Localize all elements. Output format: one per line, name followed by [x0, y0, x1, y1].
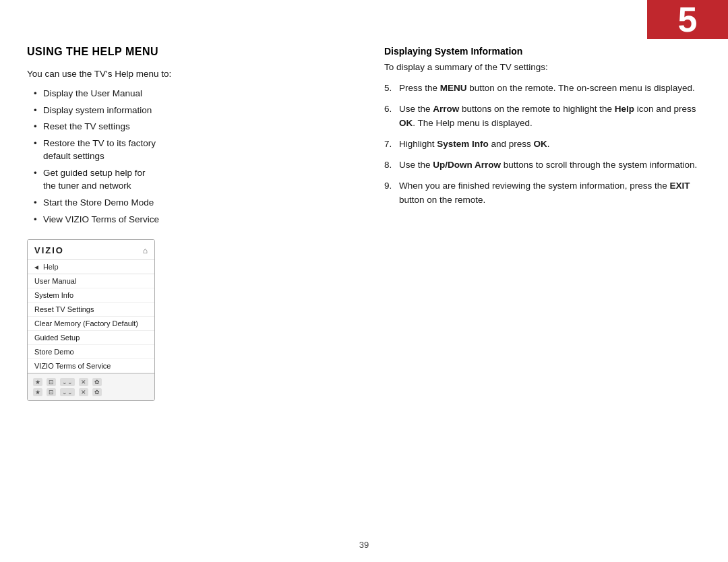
tv-menu: ◄ Help User Manual System Info Reset TV … [28, 260, 154, 373]
tv-mockup: VIZIO ⌂ ◄ Help User Manual System Info R… [27, 239, 155, 401]
left-column: USING THE HELP MENU You can use the TV's… [27, 46, 364, 528]
tv-header: VIZIO ⌂ [28, 240, 154, 260]
sub-section-title: Displaying System Information [384, 46, 701, 57]
back-arrow-icon: ◄ [33, 263, 40, 271]
step-8: 8. Use the Up/Down Arrow buttons to scro… [384, 158, 701, 172]
main-content: USING THE HELP MENU You can use the TV's… [27, 46, 701, 528]
menu-item-terms[interactable]: VIZIO Terms of Service [28, 359, 154, 373]
step-7-num: 7. [384, 137, 392, 151]
remote-row-2: ★ ⊡ ⌄⌄ ✕ ✿ [33, 388, 149, 396]
bullet-list: Display the User Manual Display system i… [27, 87, 364, 226]
menu-item-guided-setup[interactable]: Guided Setup [28, 331, 154, 345]
step-6-ok-bold: OK [399, 118, 413, 128]
remote-btn-down1: ⌄⌄ [60, 378, 75, 386]
step-6-num: 6. [384, 102, 392, 116]
list-item: Restore the TV to its factorydefault set… [34, 137, 364, 163]
remote-btn-gear2: ✿ [92, 388, 102, 396]
vizio-logo: VIZIO [34, 245, 64, 255]
menu-item-store-demo[interactable]: Store Demo [28, 345, 154, 359]
list-item: View VIZIO Terms of Service [34, 213, 364, 226]
list-item: Display system information [34, 104, 364, 117]
step-9-num: 9. [384, 179, 392, 193]
step-9-exit-bold: EXIT [669, 181, 690, 191]
menu-item-system-info[interactable]: System Info [28, 288, 154, 303]
step-5: 5. Press the MENU button on the remote. … [384, 82, 701, 95]
menu-item-user-manual[interactable]: User Manual [28, 274, 154, 288]
remote-btn-down2: ⌄⌄ [60, 388, 75, 396]
step-6-help-bold: Help [615, 104, 634, 114]
remote-btn-star: ★ [33, 378, 42, 386]
list-item: Display the User Manual [34, 87, 364, 100]
tv-menu-back: ◄ Help [28, 260, 154, 274]
steps-list: 5. Press the MENU button on the remote. … [384, 82, 701, 207]
step-7-sysinfo-bold: System Info [437, 139, 489, 149]
step-7: 7. Highlight System Info and press OK. [384, 137, 701, 151]
remote-btn-cc2: ⊡ [47, 388, 56, 396]
remote-btn-star2: ★ [33, 388, 42, 396]
list-item: Reset the TV settings [34, 120, 364, 133]
step-8-num: 8. [384, 158, 392, 172]
menu-back-label: Help [43, 263, 59, 271]
summary-text: To display a summary of the TV settings: [384, 62, 701, 72]
page-footer: 39 [0, 540, 728, 550]
remote-btn-x2: ✕ [79, 388, 88, 396]
step-6: 6. Use the Arrow buttons on the remote t… [384, 102, 701, 130]
remote-row-1: ★ ⊡ ⌄⌄ ✕ ✿ [33, 378, 149, 386]
step-8-arrow-bold: Up/Down Arrow [433, 160, 501, 170]
home-icon: ⌂ [143, 246, 148, 255]
step-5-menu-bold: MENU [440, 83, 467, 93]
right-column: Displaying System Information To display… [384, 46, 701, 528]
remote-strip: ★ ⊡ ⌄⌄ ✕ ✿ ★ ⊡ ⌄⌄ ✕ ✿ [28, 373, 154, 400]
step-6-arrow-bold: Arrow [433, 104, 459, 114]
chapter-number: 5 [678, 2, 698, 37]
intro-text: You can use the TV's Help menu to: [27, 69, 364, 79]
remote-btn-cc: ⊡ [47, 378, 56, 386]
chapter-banner: 5 [647, 0, 728, 39]
step-9: 9. When you are finished reviewing the s… [384, 179, 701, 207]
list-item: Get guided setup help forthe tuner and n… [34, 166, 364, 193]
step-7-ok-bold: OK [534, 139, 547, 149]
page-number: 39 [359, 540, 369, 550]
step-5-num: 5. [384, 82, 392, 95]
section-title: USING THE HELP MENU [27, 46, 364, 58]
remote-btn-x1: ✕ [79, 378, 88, 386]
list-item: Start the Store Demo Mode [34, 196, 364, 210]
menu-item-reset-tv[interactable]: Reset TV Settings [28, 303, 154, 317]
menu-item-clear-memory[interactable]: Clear Memory (Factory Default) [28, 317, 154, 331]
remote-btn-gear1: ✿ [92, 378, 102, 386]
